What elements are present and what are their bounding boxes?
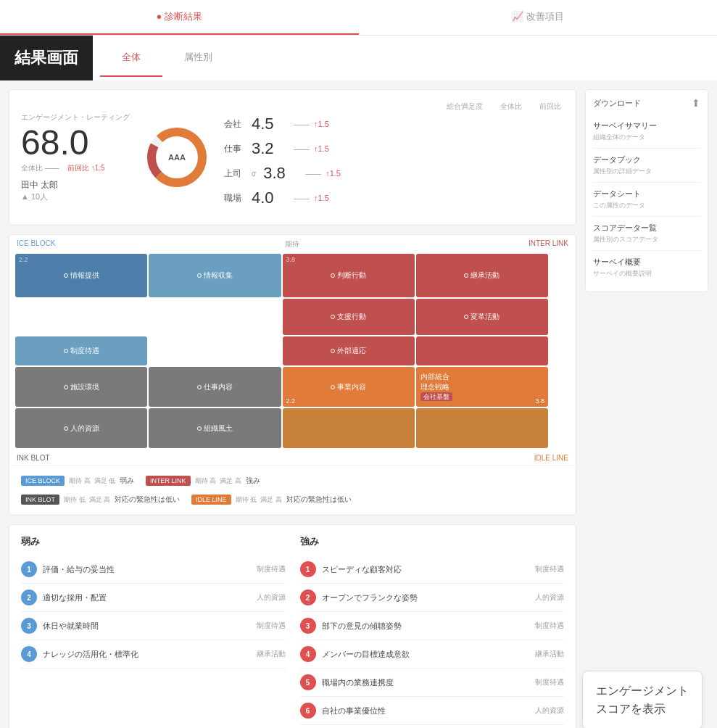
strong-item-2: 2 オープンでフランクな姿勢 人的資源 <box>300 584 565 612</box>
matrix-cell-row5-col1: 人的資源 <box>15 408 147 448</box>
download-item-3-title: データシート <box>593 189 700 199</box>
result-label: 結果画面 <box>0 36 93 80</box>
matrix-card: ICE BLOCK 期待 INTER LINK 2.2 情報提供 情報収集 <box>9 234 576 516</box>
strong-text-4: メンバーの目標達成意欲 <box>322 649 530 660</box>
legend-row-1: ICE BLOCK 期待 高 満足 低 弱み INTER LINK 期待 高 満… <box>15 471 570 490</box>
legend-idle: IDLE LINE 期待 低 満足 高 対応の緊急性は低い <box>191 495 352 505</box>
download-header: ダウンロード ⬆ <box>593 97 700 109</box>
matrix-ink-label: INK BLOT <box>17 454 50 462</box>
tab-diagnosis-icon: ● <box>157 11 165 22</box>
download-item-3[interactable]: データシート この属性のデータ <box>593 183 700 217</box>
tab-diagnosis-label: 診断結果 <box>165 11 202 22</box>
download-item-1[interactable]: サーベイサマリー 組織全体のデータ <box>593 115 700 149</box>
strong-text-1: スピーディな顧客対応 <box>322 564 530 575</box>
matrix-cell-row5-col4 <box>416 408 548 448</box>
download-item-4[interactable]: スコアデーター覧 属性別のスコアデータ <box>593 217 700 251</box>
left-panel: エンゲージメント・レーティング 68.0 全体比 ―― 前回比 ↑1.5 田中 … <box>9 89 576 728</box>
weak-text-4: ナレッジの活用化・標準化 <box>43 649 251 660</box>
tab-diagnosis[interactable]: ● 診断結果 <box>0 0 359 35</box>
matrix-cell-row1-col1: 2.2 情報提供 <box>15 254 147 297</box>
strong-text-2: オープンでフランクな姿勢 <box>322 592 530 603</box>
download-item-2-sub: 属性別の詳細データ <box>593 167 700 176</box>
strong-num-6: 6 <box>300 703 316 719</box>
download-title: ダウンロード <box>593 98 641 109</box>
matrix-cell-row1-col3: 3.8 判断行動 <box>283 254 415 297</box>
download-panel: ダウンロード ⬆ サーベイサマリー 組織全体のデータ データブック 属性別の詳細… <box>585 89 708 292</box>
strong-tag-1: 制度待遇 <box>535 564 564 574</box>
engagement-name: 田中 太郎 <box>21 179 130 191</box>
legend-ink: INK BLOT 期待 低 満足 高 対応の緊急性は低い <box>21 495 180 505</box>
download-item-2[interactable]: データブック 属性別の詳細データ <box>593 149 700 183</box>
score-item-3: 上司 σ 3.8 ―― ↑1.5 <box>224 164 564 183</box>
engagement-left: エンゲージメント・レーティング 68.0 全体比 ―― 前回比 ↑1.5 田中 … <box>21 112 130 202</box>
legend-ink-badge: INK BLOT <box>21 495 59 505</box>
strong-text-5: 職場内の業務連携度 <box>322 677 530 688</box>
download-item-1-title: サーベイサマリー <box>593 120 700 131</box>
matrix-idle-label: IDLE LINE <box>534 454 568 462</box>
sub-tab-all[interactable]: 全体 <box>100 39 162 77</box>
legend-idle-badge: IDLE LINE <box>191 495 231 505</box>
strong-title: 強み <box>300 535 565 548</box>
matrix-cell-row4-col1: 施設環境 <box>15 367 147 407</box>
download-item-1-sub: 組織全体のデータ <box>593 133 700 142</box>
weak-item-3: 3 休日や就業時間 制度待遇 <box>21 612 286 640</box>
legend-ice: ICE BLOCK 期待 高 満足 低 弱み <box>21 476 134 486</box>
matrix-cell-row4-col4: 内部統合理念戦略会社基盤 3.8 <box>416 367 548 407</box>
strong-num-2: 2 <box>300 590 316 605</box>
strong-tag-4: 継承活動 <box>535 649 564 659</box>
download-item-5-sub: サーベイの概要説明 <box>593 269 700 278</box>
legend-row-2: INK BLOT 期待 低 満足 高 対応の緊急性は低い IDLE LINE 期… <box>15 490 570 509</box>
weak-title: 弱み <box>21 535 286 548</box>
strong-text-3: 部下の意見の傾聴姿勢 <box>322 621 530 632</box>
legend-ice-badge: ICE BLOCK <box>21 476 65 486</box>
strong-item-3: 3 部下の意見の傾聴姿勢 制度待遇 <box>300 612 565 640</box>
matrix-header: ICE BLOCK 期待 INTER LINK <box>9 235 576 254</box>
strong-tag-3: 制度待遇 <box>535 621 564 631</box>
scores-section: 総合満足度 全体比 前回比 会社 4.5 ―― ↑1.5 仕事 3.2 ―― <box>224 102 564 213</box>
weak-item-4: 4 ナレッジの活用化・標準化 継承活動 <box>21 640 286 669</box>
weak-num-2: 2 <box>21 590 37 605</box>
ws-card: 弱み 1 評価・給与の妥当性 制度待遇 2 適切な採用・配置 人的資源 3 <box>9 524 576 728</box>
strong-section: 強み 1 スピーディな顧客対応 制度待遇 2 オープンでフランクな姿勢 人的資源 <box>300 535 565 728</box>
strong-item-7: 7 個性や能力の発揮 制度待遇 <box>300 725 565 728</box>
scores-header: 総合満足度 全体比 前回比 <box>224 102 564 112</box>
matrix-cell-row2-col1 <box>15 299 147 335</box>
strong-item-4: 4 メンバーの目標達成意欲 継承活動 <box>300 640 565 669</box>
legend-inter: INTER LINK 期待 高 満足 高 強み <box>146 476 260 486</box>
tab-improvement-label: 改善項目 <box>526 11 564 22</box>
matrix-inter-label: INTER LINK <box>529 239 568 249</box>
matrix-footer: INK BLOT IDLE LINE <box>9 451 576 465</box>
matrix-cell-row3-col4 <box>416 336 548 365</box>
matrix-grid: 2.2 情報提供 情報収集 3.8 判断行動 継承活動 <box>9 254 554 451</box>
weak-tag-4: 継承活動 <box>257 649 286 659</box>
header-row: 結果画面 全体 属性別 <box>0 36 717 80</box>
weak-item-2: 2 適切な採用・配置 人的資源 <box>21 584 286 612</box>
download-item-3-sub: この属性のデータ <box>593 201 700 210</box>
strong-item-6: 6 自社の事業優位性 人的資源 <box>300 697 565 725</box>
engagement-score: 68.0 <box>21 125 130 160</box>
matrix-cell-row2-col4: 変革活動 <box>416 299 548 335</box>
strong-tag-5: 制度待遇 <box>535 677 564 687</box>
matrix-cell-row1-col2: 情報収集 <box>149 254 281 297</box>
tab-improvement[interactable]: 📈 改善項目 <box>359 0 718 35</box>
tooltip-text: エンゲージメントスコアを表示 <box>596 684 689 716</box>
engagement-tooltip: エンゲージメントスコアを表示 <box>582 671 703 728</box>
score-item-1: 会社 4.5 ―― ↑1.5 <box>224 115 564 133</box>
matrix-cell-row5-col3 <box>283 408 415 448</box>
matrix-y-label: 期待 <box>285 239 299 249</box>
matrix-cell-row3-col2 <box>149 336 281 365</box>
donut-chart: AAA <box>144 125 210 190</box>
download-icon[interactable]: ⬆ <box>692 97 700 109</box>
engagement-label: エンゲージメント・レーティング <box>21 112 130 123</box>
weak-tag-3: 制度待遇 <box>257 621 286 631</box>
download-item-4-title: スコアデーター覧 <box>593 223 700 233</box>
legend-inter-badge: INTER LINK <box>146 476 191 486</box>
weak-tag-1: 制度待遇 <box>257 564 286 574</box>
legend-section: ICE BLOCK 期待 高 満足 低 弱み INTER LINK 期待 高 満… <box>9 465 576 515</box>
right-panel: ダウンロード ⬆ サーベイサマリー 組織全体のデータ データブック 属性別の詳細… <box>585 89 708 728</box>
download-item-4-sub: 属性別のスコアデータ <box>593 235 700 244</box>
weak-section: 弱み 1 評価・給与の妥当性 制度待遇 2 適切な採用・配置 人的資源 3 <box>21 535 286 728</box>
download-item-5[interactable]: サーベイ概要 サーベイの概要説明 <box>593 251 700 284</box>
sub-tab-attribute[interactable]: 属性別 <box>162 39 234 77</box>
donut-label: AAA <box>168 153 186 162</box>
